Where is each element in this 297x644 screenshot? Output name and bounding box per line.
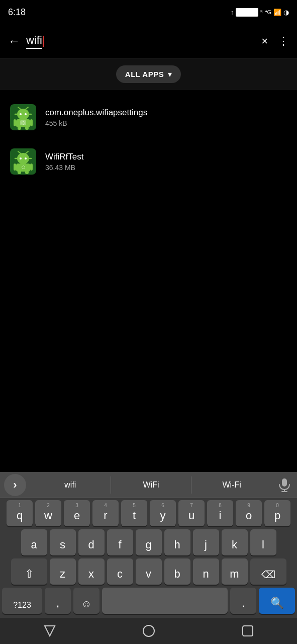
nav-back-button[interactable] (35, 622, 65, 640)
key-row-4: ?123 , ☺ . 🔍 (2, 588, 295, 614)
key-i[interactable]: 8i (207, 500, 233, 526)
back-button[interactable]: ← (8, 34, 20, 48)
key-q[interactable]: 1q (7, 500, 33, 526)
more-options-button[interactable]: ⋮ (278, 35, 289, 48)
status-time: 6:18 (8, 7, 26, 18)
key-r[interactable]: 4r (92, 500, 119, 526)
bottom-nav (0, 618, 297, 644)
app-name-0: com.oneplus.wifiapsettings (45, 108, 287, 118)
expand-suggestions-button[interactable]: › (4, 474, 26, 496)
key-k[interactable]: k (222, 529, 248, 555)
suggestions-list: wifi WiFi Wi-Fi (30, 476, 272, 494)
svg-rect-9 (18, 126, 21, 130)
key-row-1: 1q 2w 3e 4r 5t 6y 7u 8i 9o 0p (2, 500, 295, 526)
key-j[interactable]: j (193, 529, 219, 555)
suggestion-1[interactable]: WiFi (111, 476, 191, 494)
svg-point-19 (20, 157, 22, 159)
search-key[interactable]: 🔍 (259, 588, 295, 614)
svg-rect-26 (14, 164, 16, 171)
key-p[interactable]: 0p (264, 500, 290, 526)
status-bar: 6:18 ↑ VoLTE ᴿ ⁴G 📶 ◑ (0, 0, 297, 24)
svg-point-4 (20, 113, 22, 115)
upload-icon: ↑ (231, 9, 234, 16)
key-l[interactable]: l (250, 529, 276, 555)
suggestion-2[interactable]: Wi-Fi (191, 476, 272, 494)
key-y[interactable]: 6y (150, 500, 176, 526)
svg-rect-25 (25, 171, 29, 174)
key-t[interactable]: 5t (121, 500, 147, 526)
4g-icon: ⁴G (265, 9, 271, 16)
suggestions-row: › wifi WiFi Wi-Fi (0, 472, 297, 498)
period-key[interactable]: . (230, 588, 256, 614)
search-input-area[interactable]: wifi (26, 34, 261, 49)
expand-icon: › (13, 478, 17, 492)
svg-text:⬡: ⬡ (22, 165, 25, 170)
volte-badge: VoLTE (236, 8, 258, 17)
app-icon-1: ⬡ (10, 148, 36, 175)
app-icon-0: ⬡ (10, 104, 36, 130)
svg-point-20 (25, 157, 27, 159)
space-key[interactable] (102, 588, 228, 614)
clear-button[interactable]: × (261, 35, 268, 48)
battery-icon: ◑ (283, 9, 289, 16)
key-x[interactable]: x (78, 558, 105, 585)
text-cursor (43, 36, 44, 47)
key-u[interactable]: 7u (178, 500, 205, 526)
emoji-key[interactable]: ☺ (73, 588, 100, 614)
filter-bar: ALL APPS ▾ (0, 58, 297, 90)
key-g[interactable]: g (136, 529, 162, 555)
key-e[interactable]: 3e (64, 500, 90, 526)
key-v[interactable]: v (136, 558, 162, 585)
mic-button[interactable] (272, 478, 297, 492)
app-list: ⬡ com.oneplus.wifiapsettings 455 kB (0, 90, 297, 189)
svg-point-16 (17, 153, 29, 164)
svg-rect-10 (25, 126, 29, 130)
key-row-3: ⇧ z x c v b n m ⌫ (2, 558, 295, 585)
key-o[interactable]: 9o (236, 500, 262, 526)
svg-rect-12 (30, 119, 33, 126)
filter-arrow-icon: ▾ (168, 69, 172, 79)
svg-rect-29 (282, 478, 287, 487)
search-key-icon: 🔍 (270, 597, 284, 610)
app-name-1: WifiRfTest (45, 152, 287, 162)
signal-icon: ᴿ (260, 9, 263, 16)
signal-bars-icon: 📶 (273, 9, 281, 16)
svg-point-1 (17, 109, 29, 120)
nav-home-button[interactable] (134, 622, 164, 640)
svg-rect-24 (18, 171, 21, 174)
numbers-key[interactable]: ?123 (2, 588, 42, 614)
app-size-1: 36.43 MB (45, 164, 287, 172)
svg-text:⬡: ⬡ (22, 121, 25, 125)
search-bar: ← wifi × ⋮ (0, 24, 297, 58)
comma-key[interactable]: , (45, 588, 71, 614)
key-b[interactable]: b (164, 558, 190, 585)
key-w[interactable]: 2w (35, 500, 61, 526)
svg-rect-27 (30, 164, 33, 171)
app-size-0: 455 kB (45, 119, 287, 127)
key-s[interactable]: s (50, 529, 76, 555)
shift-key[interactable]: ⇧ (11, 558, 47, 585)
status-icons: ↑ VoLTE ᴿ ⁴G 📶 ◑ (231, 8, 289, 17)
key-c[interactable]: c (107, 558, 133, 585)
key-n[interactable]: n (193, 558, 219, 585)
svg-marker-32 (45, 626, 55, 636)
suggestion-0[interactable]: wifi (30, 476, 111, 494)
svg-point-5 (25, 113, 27, 115)
keyboard-area: › wifi WiFi Wi-Fi 1q 2w 3e 4r 5t 6y 7u (0, 472, 297, 644)
app-info-1: WifiRfTest 36.43 MB (45, 152, 287, 172)
app-item-0[interactable]: ⬡ com.oneplus.wifiapsettings 455 kB (0, 95, 297, 139)
key-m[interactable]: m (222, 558, 248, 585)
filter-label: ALL APPS (125, 70, 164, 78)
keyboard-rows: 1q 2w 3e 4r 5t 6y 7u 8i 9o 0p a s d f g … (0, 498, 297, 614)
key-f[interactable]: f (107, 529, 133, 555)
app-item-1[interactable]: ⬡ WifiRfTest 36.43 MB (0, 139, 297, 184)
svg-rect-11 (14, 119, 16, 126)
key-a[interactable]: a (21, 529, 47, 555)
filter-dropdown[interactable]: ALL APPS ▾ (116, 65, 181, 83)
key-z[interactable]: z (50, 558, 76, 585)
nav-recent-button[interactable] (233, 622, 263, 640)
key-d[interactable]: d (78, 529, 105, 555)
key-h[interactable]: h (164, 529, 190, 555)
svg-point-33 (143, 625, 154, 636)
delete-key[interactable]: ⌫ (250, 558, 286, 585)
